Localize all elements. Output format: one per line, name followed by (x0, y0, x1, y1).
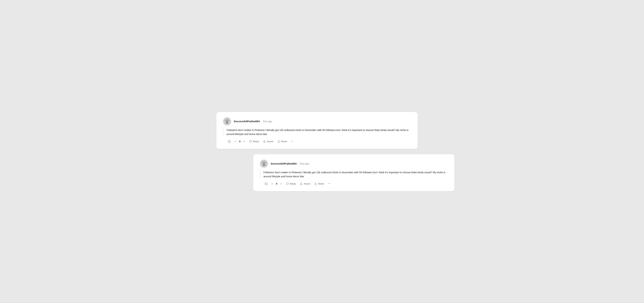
comment-card-1: SuccessfulPraline604 · 5mo ago Followers… (216, 112, 418, 149)
comment-text: Followers don't matter in Pinterest I li… (226, 128, 411, 136)
comment-body: Followers don't matter in Pinterest I li… (260, 170, 448, 178)
comment-actions: 8 Reply (260, 181, 448, 186)
left-border-line (260, 170, 260, 178)
comment-header: SuccessfulPraline604 · 5mo ago (260, 160, 448, 168)
downvote-button[interactable] (242, 139, 247, 144)
svg-point-3 (225, 120, 226, 121)
comment-meta: SuccessfulPraline604 · 5mo ago (234, 120, 272, 123)
comment-meta: SuccessfulPraline604 · 5mo ago (271, 162, 309, 165)
separator-dot: · (298, 162, 298, 165)
upvote-button[interactable] (270, 181, 275, 186)
left-border-line (223, 128, 224, 136)
separator-dot: · (261, 120, 262, 123)
share-button[interactable]: Share (276, 139, 289, 144)
username: SuccessfulPraline604 (271, 162, 296, 165)
vote-count: 8 (239, 140, 241, 143)
vote-count: 8 (276, 182, 278, 185)
reply-button[interactable]: Reply (248, 139, 260, 144)
collapse-button[interactable] (264, 181, 269, 186)
vote-section: 8 (264, 181, 284, 186)
award-button[interactable]: Award (261, 139, 275, 144)
collapse-button[interactable] (226, 139, 232, 144)
more-options-button[interactable]: ··· (290, 139, 295, 144)
more-options-button[interactable]: ··· (326, 181, 332, 186)
svg-point-4 (228, 120, 229, 121)
svg-point-18 (263, 163, 264, 163)
svg-point-5 (226, 121, 227, 121)
svg-point-19 (264, 163, 265, 163)
comment-actions: 8 Reply (223, 139, 411, 144)
timestamp: 5mo ago (263, 120, 272, 123)
comment-card-2: SuccessfulPraline604 · 5mo ago Followers… (253, 154, 454, 191)
award-button[interactable]: Award (298, 181, 312, 186)
comment-header: SuccessfulPraline604 · 5mo ago (223, 117, 411, 125)
comment-body: Followers don't matter in Pinterest I li… (223, 128, 411, 136)
upvote-button[interactable] (232, 139, 238, 144)
timestamp: 5mo ago (300, 162, 309, 165)
reply-button[interactable]: Reply (284, 181, 298, 186)
avatar (223, 117, 231, 125)
downvote-button[interactable] (278, 181, 284, 186)
svg-point-16 (262, 162, 263, 163)
avatar (260, 160, 268, 168)
username: SuccessfulPraline604 (234, 120, 260, 123)
comment-list: SuccessfulPraline604 · 5mo ago Followers… (216, 112, 428, 191)
comment-text: Followers don't matter in Pinterest I li… (264, 170, 448, 178)
vote-section: 8 (226, 139, 247, 144)
share-button[interactable]: Share (312, 181, 326, 186)
svg-point-6 (228, 121, 228, 121)
svg-point-17 (265, 162, 266, 163)
